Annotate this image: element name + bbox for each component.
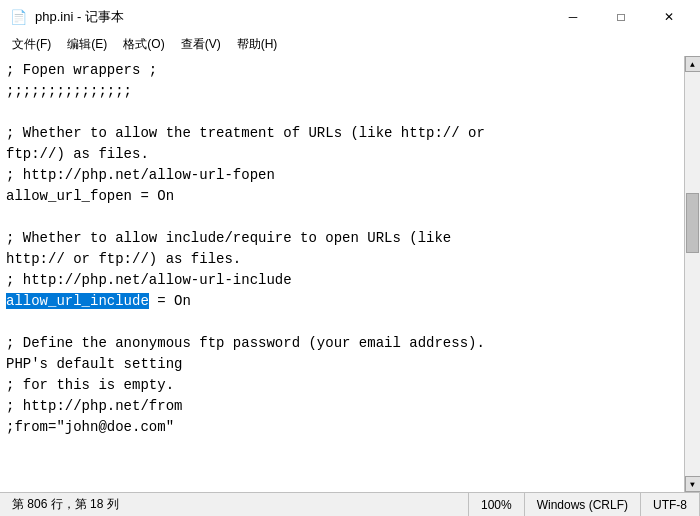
app-icon: 📄 [10, 9, 27, 26]
scroll-down-button[interactable]: ▼ [685, 476, 701, 492]
title-bar: 📄 php.ini - 记事本 ─ □ ✕ [0, 0, 700, 32]
menu-view[interactable]: 查看(V) [173, 34, 229, 55]
menu-edit[interactable]: 编辑(E) [59, 34, 115, 55]
menu-bar: 文件(F) 编辑(E) 格式(O) 查看(V) 帮助(H) [0, 32, 700, 56]
highlighted-text: allow_url_include [6, 293, 149, 309]
close-button[interactable]: ✕ [646, 5, 692, 29]
menu-format[interactable]: 格式(O) [115, 34, 172, 55]
editor-wrapper: ; Fopen wrappers ; ;;;;;;;;;;;;;;; ; Whe… [0, 56, 700, 492]
vertical-scrollbar[interactable]: ▲ ▼ [684, 56, 700, 492]
menu-file[interactable]: 文件(F) [4, 34, 59, 55]
maximize-button[interactable]: □ [598, 5, 644, 29]
scroll-thumb[interactable] [686, 193, 699, 253]
window-controls: ─ □ ✕ [550, 5, 692, 29]
status-encoding: UTF-8 [641, 493, 700, 516]
scroll-track [685, 72, 700, 476]
minimize-button[interactable]: ─ [550, 5, 596, 29]
window-title: php.ini - 记事本 [35, 8, 124, 26]
status-line-ending: Windows (CRLF) [525, 493, 641, 516]
status-zoom: 100% [469, 493, 525, 516]
status-position: 第 806 行，第 18 列 [0, 493, 469, 516]
scroll-up-button[interactable]: ▲ [685, 56, 701, 72]
title-bar-left: 📄 php.ini - 记事本 [10, 8, 124, 26]
menu-help[interactable]: 帮助(H) [229, 34, 286, 55]
editor-content[interactable]: ; Fopen wrappers ; ;;;;;;;;;;;;;;; ; Whe… [0, 56, 684, 492]
status-bar: 第 806 行，第 18 列 100% Windows (CRLF) UTF-8 [0, 492, 700, 516]
